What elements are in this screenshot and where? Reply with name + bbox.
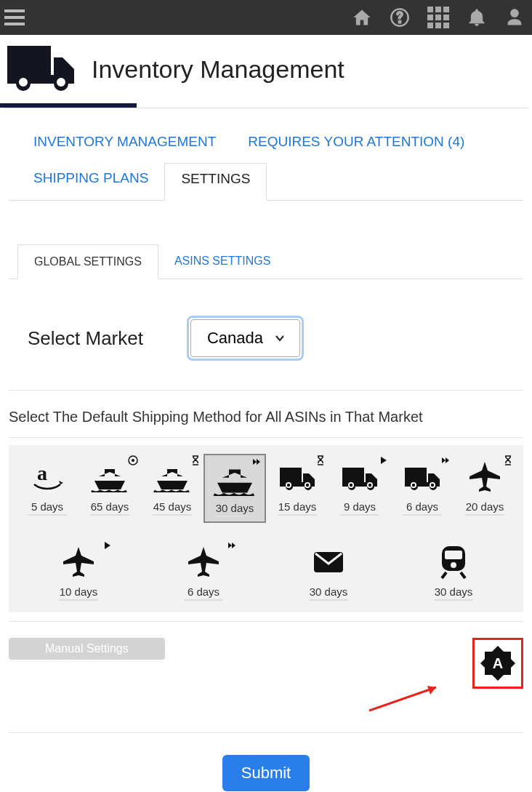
- mail-icon: [312, 545, 345, 580]
- tab-inventory-management[interactable]: INVENTORY MANAGEMENT: [17, 127, 232, 163]
- shipping-options-row1: a 5 days 65 days 45 days 30 days: [9, 445, 523, 530]
- shipping-option-truck-hour[interactable]: 15 days: [266, 454, 329, 523]
- divider: [9, 437, 523, 438]
- subtab-global-settings[interactable]: GLOBAL SETTINGS: [17, 244, 158, 279]
- svg-point-20: [451, 562, 456, 568]
- target-badge-icon: [128, 455, 138, 468]
- auto-brightness-icon: A: [479, 644, 517, 682]
- top-icons: [352, 7, 525, 28]
- shipping-days: 30 days: [309, 583, 348, 601]
- divider: [9, 621, 523, 622]
- tab-shipping-plans[interactable]: SHIPPING PLANS: [17, 163, 164, 200]
- page-title: Inventory Management: [92, 55, 344, 84]
- play-badge-icon: [102, 540, 112, 553]
- shipping-section-label: Select The Default Shipping Method for A…: [9, 409, 523, 437]
- shipping-days: 6 days: [184, 583, 223, 601]
- hourglass-badge-icon: [503, 455, 513, 468]
- ship-icon: [212, 461, 257, 496]
- shipping-option-plane-play[interactable]: 10 days: [16, 539, 141, 605]
- apps-grid-icon[interactable]: [427, 7, 449, 28]
- bell-icon[interactable]: [467, 7, 487, 28]
- market-label: Select Market: [28, 327, 143, 350]
- hourglass-badge-icon: [315, 455, 326, 468]
- ship-icon: [153, 460, 192, 495]
- svg-point-15: [412, 484, 415, 487]
- plane-icon: [62, 545, 95, 580]
- ship-icon: [90, 460, 129, 495]
- chevron-down-icon: [274, 332, 286, 344]
- shipping-days: 15 days: [278, 497, 317, 516]
- shipping-option-ship-hour[interactable]: 45 days: [141, 454, 203, 523]
- double-arrow-badge-icon: [227, 540, 237, 553]
- svg-point-1: [399, 20, 401, 23]
- truck-icon: [403, 460, 441, 495]
- amazon-icon: a: [31, 460, 63, 495]
- svg-point-7: [287, 484, 290, 487]
- truck-logo-icon: [7, 42, 77, 96]
- train-icon: [438, 545, 469, 580]
- shipping-days: 10 days: [59, 583, 98, 601]
- subtab-asins-settings[interactable]: ASINS SETTINGS: [158, 244, 286, 279]
- svg-point-12: [368, 484, 371, 487]
- plane-icon: [187, 545, 220, 580]
- shipping-option-amazon[interactable]: a 5 days: [16, 454, 78, 523]
- svg-rect-19: [445, 551, 462, 559]
- shipping-option-plane-hour[interactable]: 20 days: [454, 454, 516, 523]
- topbar: [0, 0, 532, 35]
- user-icon[interactable]: [504, 7, 525, 28]
- double-arrow-badge-icon: [251, 457, 262, 469]
- main-tabs: INVENTORY MANAGEMENT REQUIRES YOUR ATTEN…: [9, 108, 523, 201]
- svg-point-11: [350, 484, 352, 487]
- mode-row: Manual Settings A: [9, 631, 523, 733]
- shipping-days: 5 days: [28, 497, 67, 516]
- shipping-days: 9 days: [340, 497, 379, 516]
- shipping-options-row2: 10 days 6 days 30 days 30 days: [9, 530, 523, 612]
- shipping-section: Select The Default Shipping Method for A…: [9, 391, 523, 622]
- shipping-option-train[interactable]: 30 days: [391, 539, 516, 605]
- help-icon[interactable]: [390, 7, 410, 28]
- plane-icon: [468, 460, 501, 495]
- shipping-option-ship-fast[interactable]: 30 days: [203, 454, 266, 523]
- home-icon[interactable]: [352, 7, 372, 28]
- shipping-days: 30 days: [434, 583, 473, 601]
- play-badge-icon: [378, 455, 388, 468]
- hourglass-badge-icon: [190, 455, 201, 468]
- truck-icon: [278, 460, 316, 495]
- svg-text:a: a: [37, 463, 47, 484]
- pointer-arrow-icon: [363, 680, 451, 716]
- svg-point-16: [431, 484, 434, 487]
- svg-line-21: [369, 687, 436, 711]
- auto-settings-button[interactable]: A: [472, 638, 523, 689]
- shipping-days: 65 days: [90, 497, 129, 516]
- page-header: Inventory Management: [0, 35, 532, 103]
- market-select[interactable]: Canada: [187, 316, 304, 361]
- auto-letter: A: [493, 655, 503, 671]
- svg-point-8: [306, 484, 309, 487]
- shipping-days: 45 days: [153, 497, 192, 516]
- shipping-option-mail[interactable]: 30 days: [266, 539, 391, 605]
- tab-settings[interactable]: SETTINGS: [164, 163, 267, 201]
- shipping-option-truck-fast[interactable]: 6 days: [391, 454, 454, 523]
- sub-tabs: GLOBAL SETTINGS ASINS SETTINGS: [9, 244, 523, 279]
- svg-point-4: [132, 459, 134, 462]
- shipping-days: 6 days: [403, 497, 442, 516]
- submit-button[interactable]: Submit: [222, 755, 310, 791]
- shipping-option-ship-target[interactable]: 65 days: [78, 454, 141, 523]
- shipping-option-plane-fast[interactable]: 6 days: [141, 539, 266, 605]
- truck-icon: [341, 460, 379, 495]
- hamburger-menu-icon[interactable]: [0, 3, 29, 32]
- shipping-days: 30 days: [215, 499, 254, 517]
- tab-requires-attention[interactable]: REQUIRES YOUR ATTENTION (4): [232, 127, 480, 163]
- double-arrow-badge-icon: [440, 455, 451, 468]
- manual-settings-button[interactable]: Manual Settings: [9, 638, 165, 660]
- shipping-days: 20 days: [465, 497, 504, 516]
- submit-row: Submit: [0, 733, 532, 792]
- shipping-option-truck-play[interactable]: 9 days: [329, 454, 391, 523]
- market-row: Select Market Canada: [9, 279, 523, 391]
